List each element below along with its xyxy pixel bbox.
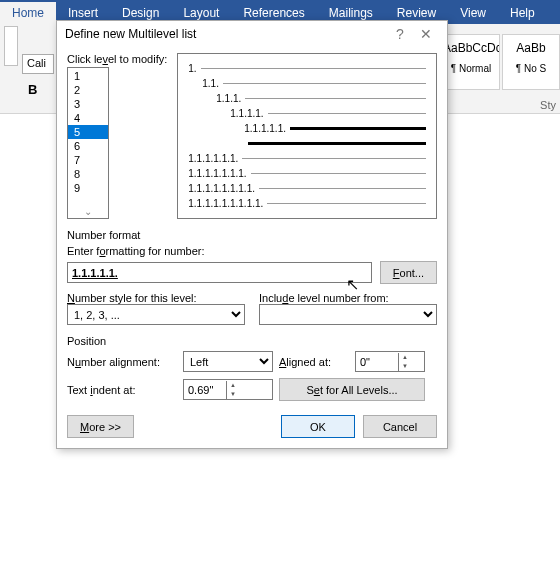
preview-line [248, 142, 426, 145]
click-level-label: Click level to modify: [67, 53, 167, 65]
text-indent-label: Text indent at: [67, 384, 177, 396]
text-indent-spinner[interactable]: ▲▼ [183, 379, 273, 400]
preview-number: 1.1. [202, 78, 219, 89]
include-level-select[interactable] [259, 304, 437, 325]
aligned-at-label: Aligned at: [279, 356, 349, 368]
ok-button[interactable]: OK [281, 415, 355, 438]
level-list[interactable]: 123456789⌄ [67, 67, 109, 219]
style-preview: AaBb [503, 41, 559, 63]
preview-line [290, 127, 426, 130]
position-group-label: Position [67, 335, 437, 347]
styles-group-label: Sty [540, 99, 556, 111]
multilevel-list-dialog: Define new Multilevel list ? ✕ Click lev… [56, 20, 448, 449]
spinner-up-icon[interactable]: ▲ [227, 381, 239, 390]
preview-row: 1.1.1.1.1.1.1.1.1. [188, 197, 426, 210]
set-for-all-levels-button[interactable]: Set for All Levels... [279, 378, 425, 401]
enter-formatting-label: Enter formatting for number: [67, 245, 205, 257]
cancel-button[interactable]: Cancel [363, 415, 437, 438]
level-item-6[interactable]: 6 [68, 139, 108, 153]
preview-row: 1.1.1.1.1.1.1.1. [188, 182, 426, 195]
font-button[interactable]: Font... [380, 261, 437, 284]
level-item-5[interactable]: 5 [68, 125, 108, 139]
include-level-label: Include level number from: [259, 292, 437, 304]
tab-home[interactable]: Home [0, 2, 56, 24]
style-preview: AaBbCcDc [443, 41, 499, 63]
preview-line [201, 68, 426, 69]
aligned-at-input[interactable] [356, 354, 398, 370]
close-button[interactable]: ✕ [413, 26, 439, 42]
aligned-at-spinner[interactable]: ▲▼ [355, 351, 425, 372]
preview-number: 1. [188, 63, 196, 74]
dialog-title: Define new Multilevel list [65, 27, 387, 41]
text-indent-input[interactable] [184, 382, 226, 398]
level-item-4[interactable]: 4 [68, 111, 108, 125]
level-item-8[interactable]: 8 [68, 167, 108, 181]
font-name-box[interactable]: Cali [22, 54, 54, 74]
number-style-label: Number style for this level: [67, 292, 245, 304]
styles-gallery: AaBbCcDc ¶ Normal AaBb ¶ No S [442, 34, 560, 90]
preview-line [267, 203, 426, 204]
style-name: ¶ Normal [451, 63, 491, 74]
style-name: ¶ No S [516, 63, 546, 74]
spinner-down-icon[interactable]: ▼ [227, 390, 239, 399]
chevron-down-icon: ⌄ [68, 206, 108, 217]
spinner-down-icon[interactable]: ▼ [399, 362, 411, 371]
level-item-2[interactable]: 2 [68, 83, 108, 97]
preview-number: 1.1.1.1.1.1.1.1.1. [188, 198, 263, 209]
tab-help[interactable]: Help [498, 2, 547, 24]
preview-row: 1.1.1.1.1.1.1. [188, 167, 426, 180]
preview-line [251, 173, 426, 174]
level-item-9[interactable]: 9 [68, 181, 108, 195]
level-item-1[interactable]: 1 [68, 69, 108, 83]
clipboard-group [4, 26, 18, 66]
help-button[interactable]: ? [387, 26, 413, 42]
preview-line [259, 188, 426, 189]
preview-row: 1.1.1. [188, 92, 426, 105]
spinner-up-icon[interactable]: ▲ [399, 353, 411, 362]
preview-row: 1.1.1.1.1. [188, 122, 426, 135]
preview-number: 1.1.1.1.1.1.1.1. [188, 183, 255, 194]
preview-number: 1.1.1. [216, 93, 241, 104]
number-format-group-label: Number format [67, 229, 437, 241]
preview-line [268, 113, 426, 114]
list-preview: 1.1.1.1.1.1.1.1.1.1.1.1.1.1.1.1.1.1.1.1.… [177, 53, 437, 219]
bold-button[interactable]: B [28, 82, 37, 97]
number-style-select[interactable]: 1, 2, 3, ... [67, 304, 245, 325]
formatting-input[interactable] [67, 262, 372, 283]
preview-number: 1.1.1.1.1.1.1. [188, 168, 246, 179]
tab-view[interactable]: View [448, 2, 498, 24]
preview-row [188, 137, 426, 150]
style-nospacing[interactable]: AaBb ¶ No S [502, 34, 560, 90]
number-alignment-select[interactable]: Left [183, 351, 273, 372]
level-item-3[interactable]: 3 [68, 97, 108, 111]
number-alignment-label: Number alignment: [67, 356, 177, 368]
preview-line [242, 158, 426, 159]
style-normal[interactable]: AaBbCcDc ¶ Normal [442, 34, 500, 90]
preview-number: 1.1.1.1.1.1. [188, 153, 238, 164]
preview-row: 1.1.1.1.1.1. [188, 152, 426, 165]
level-item-7[interactable]: 7 [68, 153, 108, 167]
preview-number: 1.1.1.1. [230, 108, 263, 119]
preview-row: 1.1.1.1. [188, 107, 426, 120]
more-button[interactable]: More >> [67, 415, 134, 438]
preview-row: 1. [188, 62, 426, 75]
dialog-titlebar: Define new Multilevel list ? ✕ [57, 21, 447, 47]
preview-row: 1.1. [188, 77, 426, 90]
preview-line [223, 83, 426, 84]
preview-line [245, 98, 426, 99]
preview-number: 1.1.1.1.1. [244, 123, 286, 134]
